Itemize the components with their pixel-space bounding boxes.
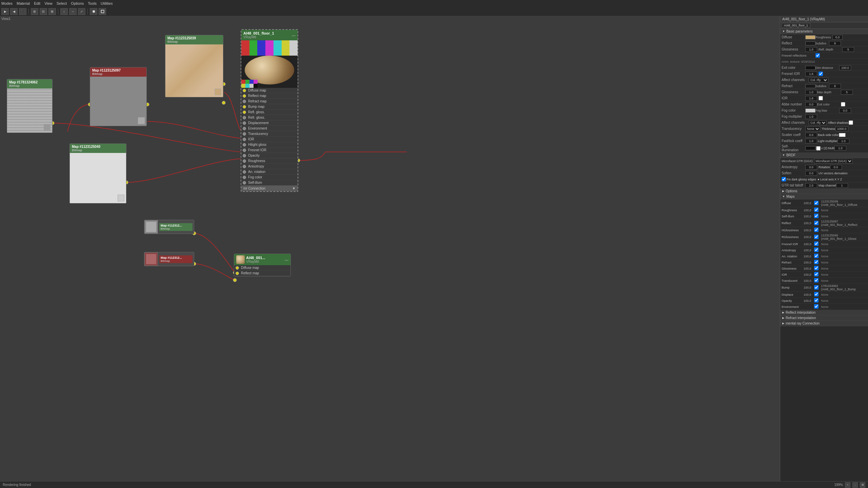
rotation-input[interactable] (830, 165, 842, 170)
map-on-cb[interactable] (814, 241, 819, 246)
map-on-cb[interactable] (814, 298, 819, 302)
node-header-112312a[interactable]: Map #112312... Bitmap (159, 223, 193, 231)
section-maps[interactable]: ▼ Maps (780, 194, 868, 199)
socket-small-reflect[interactable]: Reflect map (234, 271, 290, 276)
refract-gloss-input[interactable] (805, 90, 817, 95)
toolbar-btn-11[interactable]: 🔳 (99, 8, 106, 15)
socket-refract-map[interactable]: Refract map (241, 99, 298, 104)
socket-diffuse-map[interactable]: Diffuse map (241, 88, 298, 93)
socket-ior[interactable]: IOR (241, 137, 298, 142)
node-header-1123125097[interactable]: Map #1123125097 Bitmap (90, 67, 146, 77)
ior-input[interactable] (805, 96, 817, 101)
toolbar-btn-6[interactable]: ⊠ (48, 8, 56, 15)
socket-small-diffuse[interactable]: Diffuse map (234, 265, 290, 271)
self-illum-swatch[interactable] (805, 146, 815, 150)
microfacet-select[interactable]: Microfacet GTR (GGX) (814, 159, 853, 163)
socket-fresnel-ior[interactable]: Fresnel IOR (241, 148, 298, 153)
node-header-112312b[interactable]: Map #112312... Bitmap (159, 255, 193, 263)
exit-color-swatch[interactable] (805, 66, 815, 70)
fresnel-ior-input[interactable] (805, 72, 817, 76)
refract-swatch[interactable] (805, 84, 815, 88)
vray-bottom-bar[interactable]: mr Connection ▼ (241, 186, 298, 191)
panel-tab-main[interactable]: AI48_001_floor_1 (782, 23, 810, 28)
socket-translucency[interactable]: Translucency (241, 131, 298, 137)
anisotropy-brdf-input[interactable] (805, 165, 817, 170)
toolbar-btn-10[interactable]: 🔲 (90, 8, 97, 15)
socket-refr-gloss[interactable]: Refr. gloss. (241, 115, 298, 120)
map-on-cb[interactable] (814, 235, 819, 239)
map-on-cb[interactable] (814, 208, 819, 212)
node-header-1781324062[interactable]: Map #1781324062 Bitmap (7, 79, 52, 89)
menu-select[interactable]: Select (57, 1, 67, 5)
soften-input[interactable] (805, 171, 817, 176)
max-depth-input[interactable] (841, 90, 853, 95)
fix-dark-cb[interactable] (782, 177, 786, 181)
toolbar-btn-8[interactable]: ↔ (69, 8, 77, 15)
fresnel-checkbox[interactable] (815, 53, 820, 58)
map-on-cb[interactable] (814, 260, 819, 264)
fwd-scatter-input[interactable] (805, 139, 817, 143)
thickness-input[interactable] (835, 126, 848, 131)
map-on-cb[interactable] (814, 228, 819, 232)
vray-small-node[interactable]: AI48_001... VRayMtl — Diffuse map Reflec… (234, 254, 291, 276)
scatter-coeff-input[interactable] (805, 133, 817, 137)
socket-refl-gloss[interactable]: Refl. gloss. (241, 110, 298, 115)
map-channel-input[interactable] (836, 183, 848, 188)
fit-btn[interactable]: ⊞ (860, 482, 865, 488)
node-map-112312b[interactable]: Map #112312... Bitmap (144, 252, 194, 266)
map-on-cb[interactable] (814, 214, 819, 218)
menu-edit[interactable]: Edit (34, 1, 40, 5)
menu-modes[interactable]: Modes (1, 1, 13, 5)
zoom-out-btn[interactable]: - (852, 482, 858, 488)
fresnel-ior-lock[interactable] (819, 72, 823, 76)
toolbar-btn-2[interactable]: ◀ (10, 8, 18, 15)
fog-color-swatch[interactable] (805, 109, 815, 113)
map-on-cb[interactable] (814, 285, 819, 290)
map-on-cb[interactable] (814, 266, 819, 270)
gtr-tail-input[interactable] (805, 183, 817, 188)
fog-bias-input[interactable] (839, 108, 851, 113)
affect-shadows-cb[interactable] (849, 120, 853, 125)
menu-material[interactable]: Material (17, 1, 30, 5)
socket-fog-color[interactable]: Fog color (241, 175, 298, 180)
map-on-cb[interactable] (814, 254, 819, 258)
node-header-1123125040[interactable]: Map #1123125040 Bitmap (70, 144, 126, 153)
abbe-input[interactable] (805, 102, 817, 107)
socket-displacement[interactable]: Displacement (241, 120, 298, 126)
exit-color-checkbox[interactable] (841, 102, 845, 106)
light-mult-input[interactable] (837, 139, 849, 143)
socket-an-rotation[interactable]: An. rotation (241, 169, 298, 175)
menu-view[interactable]: View (44, 1, 53, 5)
socket-opacity[interactable]: Opacity (241, 153, 298, 158)
socket-self-illum[interactable]: Self-illum (241, 180, 298, 186)
zoom-in-btn[interactable]: + (845, 482, 850, 488)
map-on-cb[interactable] (814, 278, 819, 282)
self-illum-cb[interactable] (816, 146, 821, 151)
section-refract-interp[interactable]: ▶ Refract interpolation (780, 315, 868, 321)
socket-roughness[interactable]: Roughness (241, 158, 298, 164)
reflect-color-swatch[interactable] (805, 41, 815, 45)
node-map-112312a[interactable]: Map #112312... Bitmap (144, 220, 194, 234)
section-mental-ray[interactable]: ▶ mental ray Connection (780, 321, 868, 326)
map-on-cb[interactable] (814, 201, 819, 205)
toolbar-btn-9[interactable]: ⤢ (78, 8, 85, 15)
diffuse-color-swatch[interactable] (805, 35, 815, 39)
menu-tools[interactable]: Tools (88, 1, 97, 5)
multi-input[interactable] (834, 146, 846, 151)
node-map-1123125097[interactable]: Map #1123125097 Bitmap (90, 67, 147, 126)
socket-reflect-map[interactable]: Reflect map (241, 93, 298, 99)
toolbar-btn-1[interactable]: ▶ (1, 8, 9, 15)
canvas-area[interactable]: Map #1781324062 Bitmap Map #1123125097 B… (0, 16, 780, 481)
socket-bump-map[interactable]: Bump map (241, 104, 298, 110)
section-basic-params[interactable]: ▼ Basic parameters (780, 29, 868, 34)
socket-environment[interactable]: Environment (241, 126, 298, 131)
map-on-cb[interactable] (814, 248, 819, 252)
translucency-select[interactable]: None (805, 126, 820, 131)
ior-lock[interactable] (819, 96, 823, 100)
menu-utilities[interactable]: Utilities (101, 1, 113, 5)
socket-anisotropy[interactable]: Anisotropy (241, 164, 298, 169)
vray-main-close[interactable]: — (292, 33, 296, 37)
toolbar-btn-3[interactable]: ⬛ (19, 8, 26, 15)
vray-main-node[interactable]: AI48_001_floor_1 VRayMtl — (241, 29, 298, 192)
backside-swatch[interactable] (839, 133, 846, 137)
